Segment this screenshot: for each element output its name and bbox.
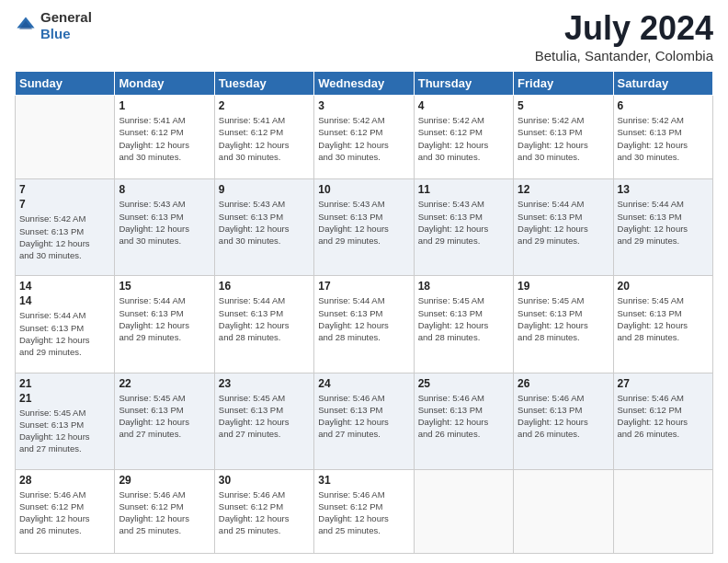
day-info: Sunrise: 5:42 AMSunset: 6:13 PMDaylight:… (518, 114, 609, 163)
day-number: 19 (518, 280, 609, 293)
day-number: 16 (219, 280, 310, 293)
day-info: Sunrise: 5:44 AMSunset: 6:13 PMDaylight:… (518, 198, 609, 247)
month-year: July 2024 (535, 9, 713, 48)
table-cell: 17Sunrise: 5:44 AMSunset: 6:13 PMDayligh… (314, 276, 414, 373)
day-info: Sunrise: 5:44 AMSunset: 6:13 PMDaylight:… (219, 294, 310, 343)
day-info: Sunrise: 5:45 AMSunset: 6:13 PMDaylight:… (618, 294, 709, 343)
table-cell: 31Sunrise: 5:46 AMSunset: 6:12 PMDayligh… (314, 469, 414, 553)
day-info: Sunrise: 5:43 AMSunset: 6:13 PMDaylight:… (418, 198, 509, 247)
day-number: 18 (418, 280, 509, 293)
day-info: Sunrise: 5:45 AMSunset: 6:13 PMDaylight:… (518, 294, 609, 343)
col-friday: Friday (514, 72, 613, 96)
table-cell: 5Sunrise: 5:42 AMSunset: 6:13 PMDaylight… (514, 96, 613, 179)
table-cell (613, 469, 712, 553)
day-number: 10 (318, 183, 409, 196)
day-info: Sunrise: 5:46 AMSunset: 6:12 PMDaylight:… (618, 392, 709, 441)
table-row: 77Sunrise: 5:42 AMSunset: 6:13 PMDayligh… (16, 179, 713, 276)
day-number: 11 (418, 183, 509, 196)
table-cell: 2121Sunrise: 5:45 AMSunset: 6:13 PMDayli… (16, 373, 115, 469)
day-number: 1 (119, 99, 210, 112)
header: General Blue July 2024 Betulia, Santande… (15, 9, 713, 63)
day-number: 15 (119, 280, 210, 293)
table-cell: 10Sunrise: 5:43 AMSunset: 6:13 PMDayligh… (314, 179, 414, 276)
table-cell: 8Sunrise: 5:43 AMSunset: 6:13 PMDaylight… (115, 179, 214, 276)
table-cell: 20Sunrise: 5:45 AMSunset: 6:13 PMDayligh… (613, 276, 712, 373)
day-info: Sunrise: 5:45 AMSunset: 6:13 PMDaylight:… (418, 294, 509, 343)
day-info: Sunrise: 5:44 AMSunset: 6:13 PMDaylight:… (19, 309, 110, 358)
table-cell: 28Sunrise: 5:46 AMSunset: 6:12 PMDayligh… (16, 469, 115, 553)
day-info: Sunrise: 5:46 AMSunset: 6:12 PMDaylight:… (219, 488, 310, 537)
day-number: 7 (19, 183, 110, 196)
day-info: Sunrise: 5:45 AMSunset: 6:13 PMDaylight:… (19, 407, 110, 455)
day-info: Sunrise: 5:45 AMSunset: 6:13 PMDaylight:… (119, 392, 210, 441)
day-info: Sunrise: 5:41 AMSunset: 6:12 PMDaylight:… (119, 114, 210, 163)
table-cell: 29Sunrise: 5:46 AMSunset: 6:12 PMDayligh… (115, 469, 214, 553)
day-number: 14 (19, 294, 110, 307)
day-number: 29 (119, 474, 210, 487)
table-row: 1414Sunrise: 5:44 AMSunset: 6:13 PMDayli… (16, 276, 713, 373)
day-info: Sunrise: 5:45 AMSunset: 6:13 PMDaylight:… (219, 392, 310, 441)
day-number: 4 (418, 99, 509, 112)
col-thursday: Thursday (414, 72, 513, 96)
table-row: 2121Sunrise: 5:45 AMSunset: 6:13 PMDayli… (16, 373, 713, 469)
header-row: Sunday Monday Tuesday Wednesday Thursday… (16, 72, 713, 96)
page: General Blue July 2024 Betulia, Santande… (0, 0, 728, 563)
day-number: 24 (318, 377, 409, 390)
day-number: 20 (618, 280, 709, 293)
table-cell: 12Sunrise: 5:44 AMSunset: 6:13 PMDayligh… (514, 179, 613, 276)
day-number: 9 (219, 183, 310, 196)
table-cell: 25Sunrise: 5:46 AMSunset: 6:13 PMDayligh… (414, 373, 513, 469)
col-monday: Monday (115, 72, 214, 96)
logo-general: General (40, 9, 92, 25)
table-cell: 15Sunrise: 5:44 AMSunset: 6:13 PMDayligh… (115, 276, 214, 373)
table-cell: 26Sunrise: 5:46 AMSunset: 6:13 PMDayligh… (514, 373, 613, 469)
day-info: Sunrise: 5:46 AMSunset: 6:12 PMDaylight:… (119, 488, 210, 537)
col-tuesday: Tuesday (214, 72, 313, 96)
day-number: 14 (19, 280, 110, 293)
table-cell: 16Sunrise: 5:44 AMSunset: 6:13 PMDayligh… (214, 276, 313, 373)
day-number: 13 (618, 183, 709, 196)
logo-blue: Blue (40, 26, 71, 41)
day-info: Sunrise: 5:42 AMSunset: 6:12 PMDaylight:… (318, 114, 409, 163)
col-saturday: Saturday (613, 72, 712, 96)
col-sunday: Sunday (16, 72, 115, 96)
day-info: Sunrise: 5:46 AMSunset: 6:13 PMDaylight:… (518, 392, 609, 441)
table-cell: 19Sunrise: 5:45 AMSunset: 6:13 PMDayligh… (514, 276, 613, 373)
calendar-table: Sunday Monday Tuesday Wednesday Thursday… (15, 71, 713, 554)
table-cell: 77Sunrise: 5:42 AMSunset: 6:13 PMDayligh… (16, 179, 115, 276)
table-cell: 1414Sunrise: 5:44 AMSunset: 6:13 PMDayli… (16, 276, 115, 373)
table-cell: 22Sunrise: 5:45 AMSunset: 6:13 PMDayligh… (115, 373, 214, 469)
day-number: 26 (518, 377, 609, 390)
day-info: Sunrise: 5:42 AMSunset: 6:12 PMDaylight:… (418, 114, 509, 163)
table-cell: 6Sunrise: 5:42 AMSunset: 6:13 PMDaylight… (613, 96, 712, 179)
day-number: 5 (518, 99, 609, 112)
table-cell: 9Sunrise: 5:43 AMSunset: 6:13 PMDaylight… (214, 179, 313, 276)
day-info: Sunrise: 5:46 AMSunset: 6:13 PMDaylight:… (418, 392, 509, 441)
table-cell: 2Sunrise: 5:41 AMSunset: 6:12 PMDaylight… (214, 96, 313, 179)
col-wednesday: Wednesday (314, 72, 414, 96)
logo: General Blue (15, 9, 92, 42)
day-number: 27 (618, 377, 709, 390)
table-row: 28Sunrise: 5:46 AMSunset: 6:12 PMDayligh… (16, 469, 713, 553)
table-cell (514, 469, 613, 553)
table-cell: 1Sunrise: 5:41 AMSunset: 6:12 PMDaylight… (115, 96, 214, 179)
day-number: 7 (19, 198, 110, 211)
day-number: 3 (318, 99, 409, 112)
day-number: 21 (19, 392, 110, 405)
table-cell: 13Sunrise: 5:44 AMSunset: 6:13 PMDayligh… (613, 179, 712, 276)
day-info: Sunrise: 5:42 AMSunset: 6:13 PMDaylight:… (19, 213, 110, 261)
day-number: 2 (219, 99, 310, 112)
table-row: 1Sunrise: 5:41 AMSunset: 6:12 PMDaylight… (16, 96, 713, 179)
table-cell: 4Sunrise: 5:42 AMSunset: 6:12 PMDaylight… (414, 96, 513, 179)
table-cell (414, 469, 513, 553)
day-number: 17 (318, 280, 409, 293)
day-info: Sunrise: 5:41 AMSunset: 6:12 PMDaylight:… (219, 114, 310, 163)
title-area: July 2024 Betulia, Santander, Colombia (535, 9, 713, 63)
table-cell: 24Sunrise: 5:46 AMSunset: 6:13 PMDayligh… (314, 373, 414, 469)
day-number: 28 (19, 474, 110, 487)
day-info: Sunrise: 5:43 AMSunset: 6:13 PMDaylight:… (318, 198, 409, 247)
day-number: 12 (518, 183, 609, 196)
day-number: 23 (219, 377, 310, 390)
table-cell: 27Sunrise: 5:46 AMSunset: 6:12 PMDayligh… (613, 373, 712, 469)
day-number: 30 (219, 474, 310, 487)
